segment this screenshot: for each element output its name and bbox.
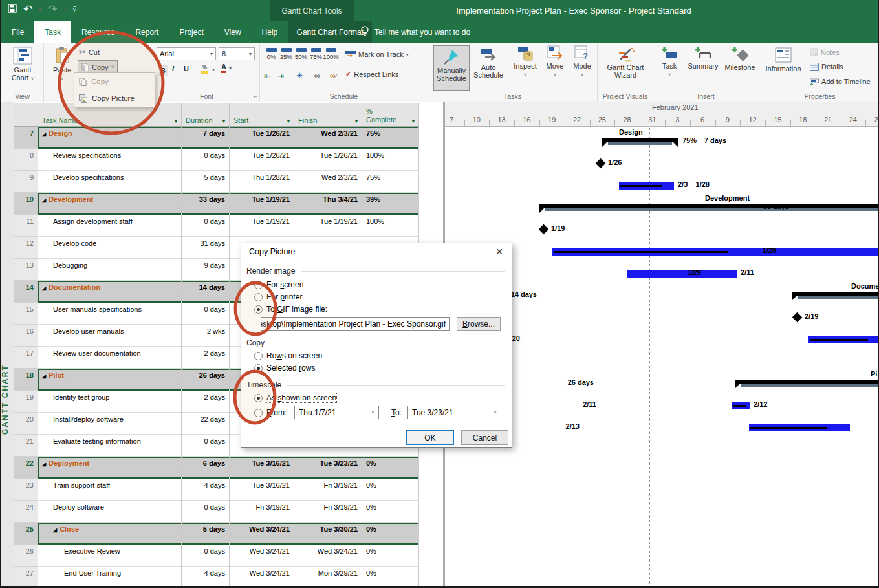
column-header-finish[interactable]: Finish▼ — [294, 103, 362, 126]
menu-item-copy[interactable]: Copy — [74, 73, 155, 90]
timescale-from-select[interactable]: Thu 1/7/21˅ — [294, 406, 379, 419]
table-row[interactable]: 25◢Close5 daysWed 3/24/21Tue 3/30/210% — [14, 523, 419, 545]
task-name-cell[interactable]: ◢Close — [38, 523, 182, 545]
undo-icon[interactable]: ↶ — [23, 3, 32, 16]
bold-button[interactable]: B — [158, 65, 168, 76]
cell-finish[interactable]: Thu 3/4/21 — [294, 193, 362, 215]
milestone-diamond[interactable] — [596, 158, 606, 169]
browse-button[interactable]: Browse... — [457, 317, 501, 331]
cell-finish[interactable]: Mon 3/29/21 — [294, 567, 362, 588]
copy-button[interactable]: Copy˅ — [78, 60, 118, 74]
cell-duration[interactable]: 4 days — [182, 567, 230, 588]
table-row[interactable]: 24Deploy software0 daysFri 3/19/21Fri 3/… — [14, 501, 419, 523]
row-number[interactable]: 12 — [14, 237, 38, 259]
cell-finish[interactable]: Wed 3/24/21 — [294, 545, 362, 567]
table-row[interactable]: 10◢Development33 daysTue 1/19/21Thu 3/4/… — [14, 193, 419, 215]
filter-arrow-icon[interactable]: ▼ — [286, 118, 291, 124]
row-number[interactable]: 25 — [14, 523, 38, 545]
underline-button[interactable]: U — [184, 65, 189, 72]
gantt-chart-wizard-button[interactable]: Gantt ChartWizard — [601, 47, 650, 79]
task-name-cell[interactable]: Review user documentation — [38, 347, 182, 369]
gif-path-input[interactable]: esktop\Implementation Project Plan - Exe… — [261, 317, 450, 331]
inspect-button[interactable]: ? Inspect˅ — [510, 45, 541, 79]
row-number[interactable]: 18 — [14, 369, 38, 391]
mode-button[interactable]: ? Mode˅ — [569, 45, 595, 79]
cell-duration[interactable]: 0 days — [182, 435, 230, 457]
task-row[interactable]: Assign development staff0 daysTue 1/19/2… — [38, 215, 419, 237]
table-row[interactable]: 27End User Training4 daysWed 3/24/21Mon … — [14, 567, 419, 588]
cell-duration[interactable]: 9 days — [182, 259, 230, 281]
column-header--complete[interactable]: %Complete▼ — [362, 103, 419, 126]
summary-task-row[interactable]: ◢Development33 daysTue 1/19/21Thu 3/4/21… — [38, 193, 419, 215]
task-name-cell[interactable]: ◢Deployment — [38, 457, 182, 479]
row-number[interactable]: 10 — [14, 193, 38, 215]
radio-selected-rows[interactable]: Selected rows — [254, 364, 315, 373]
filter-arrow-icon[interactable]: ▼ — [411, 118, 416, 124]
radio-for-printer[interactable]: For printer — [254, 292, 302, 301]
timescale-to-select[interactable]: Tue 3/23/21˅ — [407, 406, 501, 419]
task-name-cell[interactable]: ◢Pilot — [38, 369, 182, 391]
cell--complete[interactable]: 0% — [362, 567, 419, 588]
menu-item-copy-picture[interactable]: Copy Picture — [74, 90, 155, 107]
cell--complete[interactable]: 0% — [362, 545, 419, 567]
outdent-task-icon[interactable]: ⇤ — [264, 71, 271, 81]
table-row[interactable]: 9Develop specifications5 daysThu 1/28/21… — [14, 171, 419, 193]
row-number[interactable]: 15 — [14, 303, 38, 325]
font-dialog-launcher-icon[interactable]: ⌐ — [254, 93, 257, 100]
manually-schedule-button[interactable]: ManuallySchedule — [433, 45, 470, 91]
task-name-cell[interactable]: Install/deploy software — [38, 413, 182, 435]
cell--complete[interactable]: 0% — [362, 501, 419, 523]
cell-duration[interactable]: 7 days — [182, 127, 230, 149]
milestone-diamond[interactable] — [539, 224, 549, 235]
paste-button[interactable]: Paste˅ — [49, 47, 75, 83]
cell-duration[interactable]: 5 days — [182, 523, 230, 545]
collapse-triangle-icon[interactable]: ◢ — [42, 197, 46, 203]
task-bar[interactable] — [627, 270, 737, 278]
task-name-cell[interactable]: Identify test group — [38, 391, 182, 413]
table-row[interactable]: 22◢Deployment6 daysTue 3/16/21Tue 3/23/2… — [14, 457, 419, 479]
cell-start[interactable]: Wed 3/24/21 — [230, 545, 294, 567]
font-name-select[interactable]: Arial▾ — [157, 47, 216, 60]
task-name-cell[interactable]: ◢Design — [38, 127, 182, 149]
cell-finish[interactable]: Fri 3/19/21 — [294, 479, 362, 501]
filter-arrow-icon[interactable]: ▼ — [354, 118, 359, 124]
unlink-tasks-icon[interactable]: ∞̷ — [330, 71, 336, 80]
filter-arrow-icon[interactable]: ▼ — [221, 118, 226, 124]
row-number[interactable]: 27 — [14, 567, 38, 588]
respect-links-button[interactable]: ✔ Respect Links — [345, 70, 398, 78]
summary-task-bar[interactable] — [792, 292, 879, 296]
cell-start[interactable]: Wed 3/24/21 — [230, 567, 294, 588]
row-number[interactable]: 20 — [14, 413, 38, 435]
details-button[interactable]: Details — [810, 63, 843, 71]
cell-start[interactable]: Tue 1/26/21 — [230, 149, 294, 171]
timescale-header[interactable]: February 2021 71013161922252831369121518… — [445, 102, 879, 127]
cell-duration[interactable]: 0 days — [182, 303, 230, 325]
tab-task[interactable]: Task — [34, 21, 71, 43]
cancel-button[interactable]: Cancel — [461, 430, 508, 445]
summary-task-row[interactable]: ◢Close5 daysWed 3/24/21Tue 3/30/210% — [38, 523, 419, 545]
task-name-cell[interactable]: Develop user manuals — [38, 325, 182, 347]
row-number[interactable]: 23 — [14, 479, 38, 501]
table-row[interactable]: 7◢Design7 daysTue 1/26/21Wed 2/3/2175% — [14, 127, 419, 149]
cell-start[interactable]: Tue 3/16/21 — [230, 479, 294, 501]
cell-finish[interactable]: Fri 3/19/21 — [294, 501, 362, 523]
percent-complete-75-button[interactable]: 75% — [309, 48, 323, 60]
task-name-cell[interactable]: Executive Review — [38, 545, 182, 567]
cell-start[interactable]: Fri 3/19/21 — [230, 501, 294, 523]
cell-duration[interactable]: 14 days — [182, 281, 230, 303]
radio-from[interactable]: From: — [254, 408, 287, 417]
task-row[interactable]: Review specifications0 daysTue 1/26/21Tu… — [38, 149, 419, 171]
task-name-cell[interactable]: Assign development staff — [38, 215, 182, 237]
cell-start[interactable]: Tue 1/26/21 — [230, 127, 294, 149]
task-name-cell[interactable]: Develop code — [38, 237, 182, 259]
row-number[interactable]: 13 — [14, 259, 38, 281]
summary-task-bar[interactable] — [602, 138, 678, 142]
task-name-cell[interactable]: ◢Documentation — [38, 281, 182, 303]
cell-finish[interactable]: Tue 3/30/21 — [294, 523, 362, 545]
row-number[interactable]: 8 — [14, 149, 38, 171]
undo-dropdown-icon[interactable]: ▾ — [39, 6, 41, 12]
cell-duration[interactable]: 2 days — [182, 391, 230, 413]
cell-start[interactable]: Tue 3/16/21 — [230, 457, 294, 479]
row-number[interactable]: 7 — [14, 127, 38, 149]
cut-button[interactable]: ✂ Cut — [79, 47, 100, 57]
